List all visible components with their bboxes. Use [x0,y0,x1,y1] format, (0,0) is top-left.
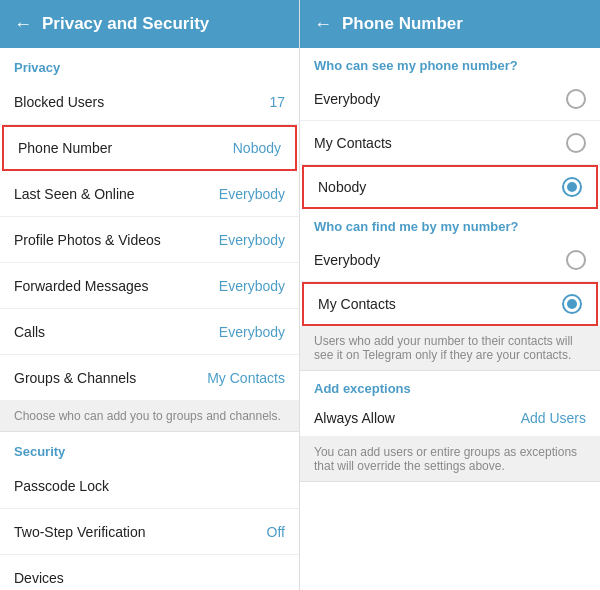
find-everybody-label: Everybody [314,252,380,268]
phone-number-label: Phone Number [18,140,112,156]
exceptions-info-text: You can add users or entire groups as ex… [300,437,600,482]
see-everybody-row[interactable]: Everybody [300,77,600,121]
see-my-contacts-radio[interactable] [566,133,586,153]
see-nobody-row[interactable]: Nobody [302,165,598,209]
security-section-label: Security [0,432,299,463]
phone-number-value: Nobody [233,140,281,156]
add-users-button[interactable]: Add Users [521,410,586,426]
last-seen-row[interactable]: Last Seen & Online Everybody [0,171,299,217]
groups-channels-row[interactable]: Groups & Channels My Contacts [0,355,299,401]
forwarded-messages-value: Everybody [219,278,285,294]
passcode-lock-label: Passcode Lock [14,478,109,494]
groups-info: Choose who can add you to groups and cha… [0,401,299,432]
profile-photos-row[interactable]: Profile Photos & Videos Everybody [0,217,299,263]
forwarded-messages-row[interactable]: Forwarded Messages Everybody [0,263,299,309]
who-can-find-label: Who can find me by my number? [300,209,600,238]
privacy-section-label: Privacy [0,48,299,79]
last-seen-label: Last Seen & Online [14,186,135,202]
right-header: ← Phone Number [300,0,600,48]
see-everybody-label: Everybody [314,91,380,107]
two-step-value: Off [267,524,285,540]
devices-label: Devices [14,570,64,586]
find-my-contacts-row[interactable]: My Contacts [302,282,598,326]
left-panel: ← Privacy and Security Privacy Blocked U… [0,0,300,590]
find-my-contacts-label: My Contacts [318,296,396,312]
add-exceptions-section-label: Add exceptions [300,371,600,400]
blocked-users-row[interactable]: Blocked Users 17 [0,79,299,125]
find-info-text: Users who add your number to their conta… [300,326,600,371]
profile-photos-value: Everybody [219,232,285,248]
blocked-users-label: Blocked Users [14,94,104,110]
last-seen-value: Everybody [219,186,285,202]
see-everybody-radio[interactable] [566,89,586,109]
groups-channels-label: Groups & Channels [14,370,136,386]
calls-value: Everybody [219,324,285,340]
left-header: ← Privacy and Security [0,0,299,48]
right-panel: ← Phone Number Who can see my phone numb… [300,0,600,590]
right-back-arrow[interactable]: ← [314,14,332,35]
calls-row[interactable]: Calls Everybody [0,309,299,355]
calls-label: Calls [14,324,45,340]
blocked-users-value: 17 [269,94,285,110]
left-back-arrow[interactable]: ← [14,14,32,35]
see-nobody-label: Nobody [318,179,366,195]
profile-photos-label: Profile Photos & Videos [14,232,161,248]
right-header-title: Phone Number [342,14,463,34]
always-allow-row[interactable]: Always Allow Add Users [300,400,600,437]
always-allow-label: Always Allow [314,410,395,426]
left-header-title: Privacy and Security [42,14,209,34]
see-nobody-radio[interactable] [562,177,582,197]
two-step-row[interactable]: Two-Step Verification Off [0,509,299,555]
forwarded-messages-label: Forwarded Messages [14,278,149,294]
phone-number-row[interactable]: Phone Number Nobody [2,125,297,171]
see-my-contacts-label: My Contacts [314,135,392,151]
find-my-contacts-radio[interactable] [562,294,582,314]
two-step-label: Two-Step Verification [14,524,146,540]
who-can-see-label: Who can see my phone number? [300,48,600,77]
see-my-contacts-row[interactable]: My Contacts [300,121,600,165]
find-everybody-radio[interactable] [566,250,586,270]
groups-channels-value: My Contacts [207,370,285,386]
devices-row[interactable]: Devices [0,555,299,590]
passcode-lock-row[interactable]: Passcode Lock [0,463,299,509]
find-everybody-row[interactable]: Everybody [300,238,600,282]
